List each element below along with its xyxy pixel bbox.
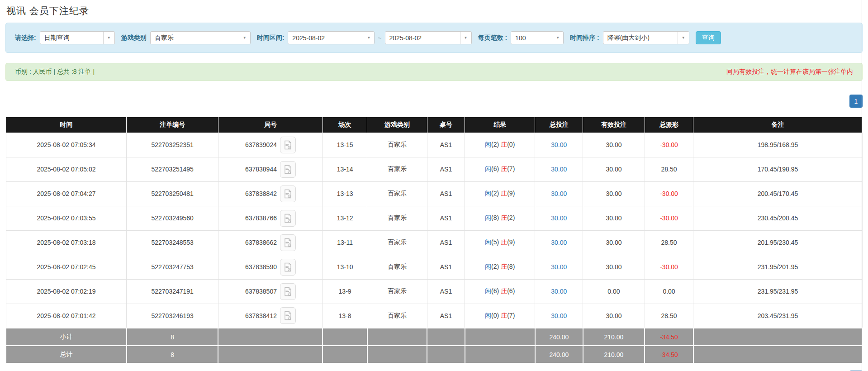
chevron-down-icon[interactable]: ▼	[363, 32, 374, 44]
game-category-value: 百家乐	[151, 32, 239, 44]
cell-total-bet: 30.00	[535, 230, 583, 255]
cell-payout: 28.50	[645, 230, 693, 255]
cell-valid-bet: 30.00	[583, 255, 645, 279]
date-from-picker[interactable]: 2025-08-02 ▼	[288, 31, 375, 44]
table-row: 2025-08-02 07:03:18 522703248553 6378386…	[6, 230, 862, 255]
video-replay-button[interactable]	[280, 259, 296, 276]
chevron-down-icon[interactable]: ▼	[678, 32, 689, 44]
total-label: 总计	[6, 346, 127, 363]
page-1-button[interactable]: 1	[849, 95, 863, 108]
total-bet-link[interactable]: 30.00	[551, 214, 567, 222]
chevron-down-icon[interactable]: ▼	[460, 32, 471, 44]
chevron-down-icon[interactable]: ▼	[239, 32, 250, 44]
chevron-down-icon[interactable]: ▼	[552, 32, 563, 44]
round-id-value: 637838766	[245, 214, 277, 222]
cell-result: 闲(2)庄(8)	[465, 255, 535, 279]
cell-game-category: 百家乐	[367, 304, 427, 328]
cell-remark: 198.95/168.95	[693, 133, 862, 157]
video-replay-button[interactable]	[280, 283, 296, 300]
total-bet-link[interactable]: 30.00	[551, 263, 567, 271]
video-replay-button[interactable]	[280, 186, 296, 202]
video-replay-button[interactable]	[280, 137, 296, 153]
chevron-down-icon[interactable]: ▼	[103, 32, 114, 44]
cell-round-id: 637838842	[218, 181, 323, 206]
result-player-score: (6)	[491, 165, 499, 172]
cell-round-id: 637839024	[218, 133, 323, 157]
total-count: 8	[127, 346, 218, 363]
query-type-select[interactable]: 日期查询 ▼	[40, 31, 115, 44]
scrollbar-edge	[862, 0, 862, 371]
cell-round-id: 637838590	[218, 255, 323, 279]
col-header-game-category: 游戏类别	[367, 117, 427, 133]
subtotal-count: 8	[127, 328, 218, 346]
cell-game-category: 百家乐	[367, 255, 427, 279]
cell-session: 13-8	[323, 304, 367, 328]
col-header-session: 场次	[323, 117, 367, 133]
cell-table-no: AS1	[427, 157, 465, 181]
total-row: 总计 8 240.00 210.00 -34.50	[6, 346, 862, 363]
cell-result: 闲(6)庄(7)	[465, 157, 535, 181]
game-category-label: 游戏类别	[121, 34, 147, 42]
cell-remark: 231.95/231.95	[693, 279, 862, 304]
video-replay-button[interactable]	[280, 234, 296, 251]
total-bet-link[interactable]: 30.00	[551, 141, 567, 148]
game-category-select[interactable]: 百家乐 ▼	[150, 31, 251, 44]
cell-time: 2025-08-02 07:05:02	[6, 157, 127, 181]
subtotal-payout: -34.50	[645, 328, 693, 346]
subtotal-row: 小计 8 240.00 210.00 -34.50	[6, 328, 862, 346]
page-title: 视讯 会员下注纪录	[0, 0, 868, 17]
total-payout: -34.50	[645, 346, 693, 363]
date-to-picker[interactable]: 2025-08-02 ▼	[385, 31, 472, 44]
query-type-value: 日期查询	[40, 32, 103, 44]
result-player-label: 闲	[485, 287, 491, 295]
page-size-value: 100	[511, 32, 552, 44]
cell-payout: -30.00	[645, 206, 693, 230]
cell-bet-id: 522703246193	[127, 304, 218, 328]
cell-table-no: AS1	[427, 133, 465, 157]
col-header-valid-bet: 有效投注	[583, 117, 645, 133]
cell-bet-id: 522703248553	[127, 230, 218, 255]
cell-session: 13-10	[323, 255, 367, 279]
video-file-icon	[284, 238, 292, 247]
cell-game-category: 百家乐	[367, 279, 427, 304]
cell-round-id: 637838662	[218, 230, 323, 255]
result-banker-score: (7)	[507, 312, 515, 319]
total-bet-link[interactable]: 30.00	[551, 312, 567, 319]
payout-value: -30.00	[660, 263, 678, 271]
summary-currency-text: 币别 : 人民币 | 总共 :8 注单 |	[15, 68, 95, 76]
cell-remark: 200.45/170.45	[693, 181, 862, 206]
cell-time: 2025-08-02 07:02:45	[6, 255, 127, 279]
cell-valid-bet: 30.00	[583, 157, 645, 181]
summary-bar: 币别 : 人民币 | 总共 :8 注单 | 同局有效投注，统一计算在该局第一张注…	[5, 63, 863, 81]
cell-time: 2025-08-02 07:05:34	[6, 133, 127, 157]
cell-result: 闲(2)庄(9)	[465, 181, 535, 206]
cell-time: 2025-08-02 07:02:19	[6, 279, 127, 304]
query-button[interactable]: 查询	[696, 31, 721, 44]
date-range-tilde: ~	[378, 34, 381, 42]
cell-session: 13-13	[323, 181, 367, 206]
total-valid-bet: 210.00	[583, 346, 645, 363]
total-bet-link[interactable]: 30.00	[551, 288, 567, 295]
video-file-icon	[284, 189, 292, 199]
video-replay-button[interactable]	[280, 307, 296, 324]
cell-result: 闲(0)庄(7)	[465, 304, 535, 328]
result-player-label: 闲	[485, 165, 491, 172]
cell-round-id: 637838507	[218, 279, 323, 304]
total-bet-link[interactable]: 30.00	[551, 166, 567, 173]
payout-value: 28.50	[661, 312, 677, 319]
video-file-icon	[284, 262, 292, 272]
time-sort-select[interactable]: 降幂(由大到小) ▼	[603, 31, 689, 44]
total-bet-link[interactable]: 30.00	[551, 190, 567, 197]
table-row: 2025-08-02 07:02:19 522703247191 6378385…	[6, 279, 862, 304]
cell-session: 13-12	[323, 206, 367, 230]
result-player-score: (2)	[491, 263, 499, 270]
page-size-select[interactable]: 100 ▼	[511, 31, 564, 44]
table-row: 2025-08-02 07:05:02 522703251495 6378389…	[6, 157, 862, 181]
video-replay-button[interactable]	[280, 210, 296, 227]
cell-valid-bet: 30.00	[583, 181, 645, 206]
video-replay-button[interactable]	[280, 161, 296, 178]
video-file-icon	[284, 165, 292, 174]
payout-value: -30.00	[660, 141, 678, 148]
total-bet-link[interactable]: 30.00	[551, 239, 567, 246]
round-id-value: 637839024	[245, 141, 277, 148]
